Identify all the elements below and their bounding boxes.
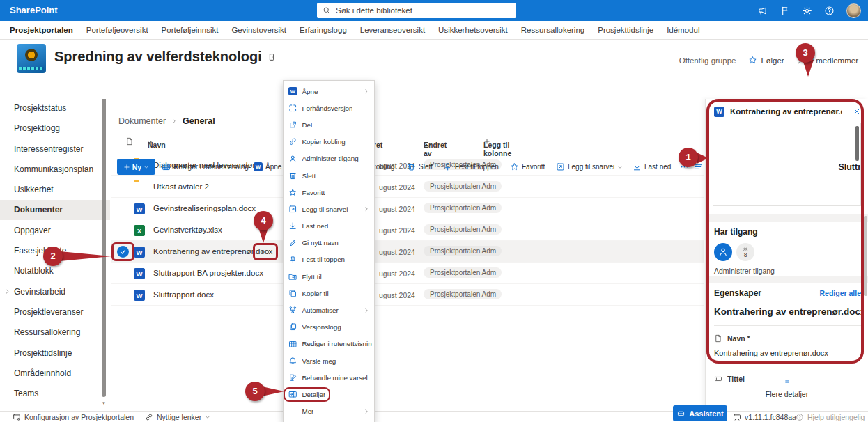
top-nav-item-leveranseoversikt[interactable]: Leveranseoversikt: [360, 26, 425, 34]
modified-by-pill[interactable]: Prosjektportalen Adm: [424, 267, 502, 278]
help-icon[interactable]: [824, 6, 835, 16]
assistant-button[interactable]: Assistent: [673, 405, 727, 421]
modified-by-pill[interactable]: Prosjektportalen Adm: [424, 181, 502, 192]
menu-item-flytt-til[interactable]: Flytt til: [284, 268, 374, 285]
sidebar-item-dokumenter[interactable]: Dokumenter: [0, 200, 110, 220]
sidebar-item-interessentregister[interactable]: Interessentregister: [0, 139, 110, 159]
folder-row-utkast-avtaler-2[interactable]: Utkast avtaler 2ugust 2024Prosjektportal…: [111, 176, 704, 198]
megaphone-icon[interactable]: [757, 6, 768, 16]
members-count-avatar[interactable]: 8: [736, 243, 754, 261]
sidebar-item-gevinstarbeid[interactable]: Gevinstarbeid: [0, 281, 110, 302]
menu-item-automatiser[interactable]: Automatiser: [284, 302, 374, 318]
top-nav-item-usikkerhetsoversikt[interactable]: Usikkerhetsoversikt: [438, 26, 508, 34]
checked-circle-icon[interactable]: [117, 246, 129, 258]
menu-item-kopier-til[interactable]: Kopier til: [284, 285, 374, 302]
menu-item-slett[interactable]: Slett: [284, 167, 374, 184]
file-name[interactable]: Gevinstverktøy.xlsx: [153, 226, 222, 234]
portal-config-link[interactable]: Konfigurasjon av Prosjektportalen: [13, 412, 134, 422]
toolbar-favoritt[interactable]: Favoritt: [510, 159, 545, 175]
sidebar-item-fasesjekkliste[interactable]: Fasesjekkliste: [0, 240, 110, 260]
site-logo[interactable]: [17, 44, 46, 73]
top-nav-item-gevinstoversikt[interactable]: Gevinstoversikt: [231, 26, 286, 34]
menu-item-administrer-tilgang[interactable]: Administrer tilgang: [284, 150, 374, 167]
file-name[interactable]: Utkast avtaler 2: [153, 182, 209, 191]
toolbar-more-button[interactable]: [680, 159, 689, 175]
menu-item-rediger-i-rutenettvisning[interactable]: Rediger i rutenettvisning: [284, 336, 374, 352]
sidebar-item-prosjekttidslinje[interactable]: Prosjekttidslinje: [0, 343, 110, 363]
toolbar-legg-til-snarvei[interactable]: Legg til snarvei: [556, 159, 623, 175]
chevron-right-icon[interactable]: [4, 288, 10, 295]
avatar[interactable]: [846, 3, 861, 18]
menu-item-åpne[interactable]: WÅpne: [284, 83, 374, 100]
menu-item-forhåndsversjon[interactable]: Forhåndsversjon: [284, 100, 374, 116]
sharepoint-brand[interactable]: SharePoint: [10, 5, 58, 15]
toolbar-fest-til-toppen[interactable]: Fest til toppen: [443, 159, 499, 175]
sidebar-item-prosjektlogg[interactable]: Prosjektlogg: [0, 118, 110, 139]
scroll-down-icon[interactable]: ▼: [101, 400, 107, 406]
flag-icon[interactable]: [780, 6, 790, 16]
useful-links-menu[interactable]: Nyttige lenker: [145, 412, 210, 422]
sidebar-item-teams[interactable]: Teams: [0, 383, 110, 403]
menu-item-last-ned[interactable]: Last ned: [284, 218, 374, 235]
file-row-sluttrapport-ba-prosjekter-docx[interactable]: WSluttrapport BA prosjekter.docxugust 20…: [111, 263, 704, 284]
more-details-button[interactable]: Flere detaljer: [706, 376, 868, 398]
panel-scrollbar[interactable]: [864, 216, 867, 296]
file-row-sluttrapport-docx[interactable]: WSluttrapport.docxugust 2024Prosjektport…: [111, 284, 704, 306]
top-nav-item-ressursallokering[interactable]: Ressursallokering: [521, 26, 584, 34]
top-nav-item-prosjektportalen[interactable]: Prosjektportalen: [10, 26, 73, 34]
document-preview[interactable]: Sluttra: [713, 123, 861, 206]
menu-item-gi-nytt-navn[interactable]: Gi nytt navn: [284, 235, 374, 251]
sidebar-item-prosjektleveranser[interactable]: Prosjektleveranser: [0, 302, 110, 322]
menu-item-fest-til-toppen[interactable]: Fest til toppen: [284, 251, 374, 268]
file-row-gevinstrealiseringsplan-docx[interactable]: WGevinstrealiseringsplan.docxugust 2024P…: [111, 198, 704, 219]
doc-type-column-icon[interactable]: [125, 137, 134, 146]
edit-all-link[interactable]: Rediger alle: [819, 289, 861, 297]
menu-item-detaljer[interactable]: Detaljer: [284, 386, 374, 403]
top-nav-item-prosjekttidslinje[interactable]: Prosjekttidslinje: [598, 26, 653, 34]
top-nav-item-porteføljeoversikt[interactable]: Porteføljeoversikt: [86, 26, 148, 34]
search-input[interactable]: Søk i dette biblioteket: [317, 3, 516, 18]
modified-by-pill[interactable]: Prosjektportalen Adm: [424, 224, 502, 235]
admin-avatar[interactable]: [714, 243, 732, 261]
modified-by-pill[interactable]: Prosjektportalen Adm: [424, 203, 502, 213]
manage-access-link[interactable]: Administrer tilgang: [714, 267, 861, 275]
sidebar-item-områdeinnhold[interactable]: Områdeinnhold: [0, 363, 110, 383]
menu-item-del[interactable]: Del: [284, 116, 374, 133]
add-column-button[interactable]: Legg til kolonne: [483, 138, 490, 145]
preview-scrollbar[interactable]: [855, 126, 859, 161]
menu-item-varsle-meg[interactable]: Varsle meg: [284, 352, 374, 369]
name-field-value[interactable]: Kontrahering av entreprenør.docx: [714, 349, 861, 357]
file-row-gevinstverktøy-xlsx[interactable]: XGevinstverktøy.xlsxugust 2024Prosjektpo…: [111, 219, 704, 241]
menu-item-behandle-mine-varsel[interactable]: Behandle mine varsel: [284, 369, 374, 386]
top-nav-item-erfaringslogg[interactable]: Erfaringslogg: [300, 26, 347, 34]
file-name[interactable]: Gevinstrealiseringsplan.docx: [153, 204, 256, 212]
modified-by-pill[interactable]: Prosjektportalen Adm: [424, 289, 502, 299]
menu-item-versjonslogg[interactable]: Versjonslogg: [284, 319, 374, 336]
close-icon[interactable]: [853, 107, 861, 116]
menu-item-mer[interactable]: Mer: [284, 403, 374, 420]
sidebar-item-usikkerhet[interactable]: Usikkerhet: [0, 179, 110, 199]
sidebar-item-oppgaver[interactable]: Oppgaver: [0, 220, 110, 240]
ellipsis-icon[interactable]: [261, 247, 270, 257]
modified-by-pill[interactable]: Prosjektportalen Adm: [424, 246, 502, 256]
file-row-kontrahering-av-entreprenør-docx[interactable]: WKontrahering av entreprenør.docxugust 2…: [111, 241, 704, 263]
gear-icon[interactable]: [802, 6, 812, 16]
file-name[interactable]: Kontrahering av entreprenør.docx: [153, 247, 272, 256]
breadcrumb-parent[interactable]: Dokumenter: [118, 116, 166, 126]
sidebar-scrollbar[interactable]: ▲ ▼: [101, 79, 107, 406]
file-name[interactable]: Sluttrapport BA prosjekter.docx: [153, 269, 263, 277]
menu-item-legg-til-snarvei[interactable]: Legg til snarvei: [284, 201, 374, 217]
members-button[interactable]: 2 medlemmer: [797, 56, 858, 65]
sidebar-item-ressursallokering[interactable]: Ressursallokering: [0, 322, 110, 343]
row-checkbox[interactable]: [117, 246, 129, 258]
breadcrumb-current[interactable]: General: [183, 116, 215, 126]
menu-item-kopier-kobling[interactable]: Kopier kobling: [284, 134, 374, 150]
new-button[interactable]: Ny: [117, 159, 155, 175]
toolbar-slett[interactable]: Slett: [407, 159, 433, 175]
sidebar-item-prosjektstatus[interactable]: Prosjektstatus: [0, 97, 110, 118]
sidebar-item-kommunikasjonsplan[interactable]: Kommunikasjonsplan: [0, 159, 110, 179]
top-nav-item-porteføljeinnsikt[interactable]: Porteføljeinnsikt: [162, 26, 219, 34]
file-name[interactable]: Sluttrapport.docx: [153, 290, 214, 299]
toolbar-rediger-i-rutenettvisning[interactable]: Rediger i rutenettvisning: [162, 159, 249, 175]
scrollbar-thumb[interactable]: [102, 86, 106, 397]
